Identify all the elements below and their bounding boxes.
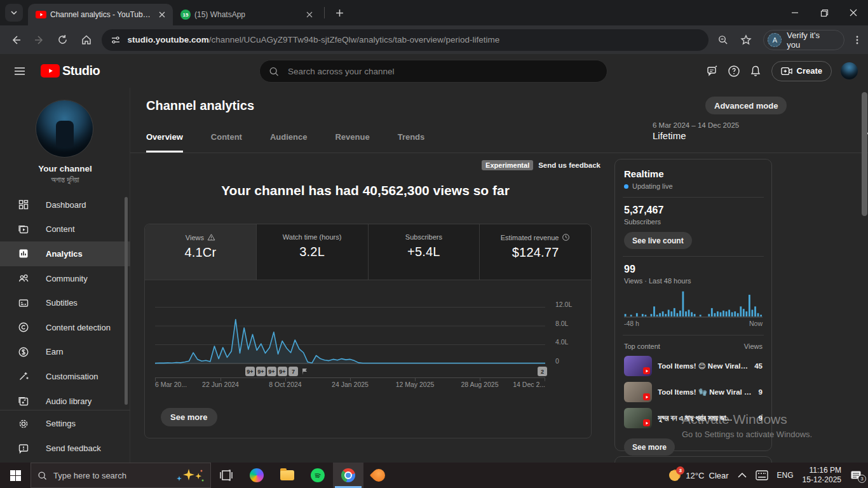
send-us-feedback-link[interactable]: Send us feedback [538, 161, 600, 169]
minimize-button[interactable] [780, 0, 810, 25]
date-range-text: 6 Mar 2024 – 14 Dec 2025 [653, 121, 850, 129]
site-settings-icon[interactable] [111, 35, 121, 45]
tray-chevron-up-icon[interactable] [738, 472, 747, 478]
tab-close-icon[interactable] [156, 9, 168, 20]
tab-revenue[interactable]: Revenue [335, 132, 369, 152]
sidebar-item-earn[interactable]: Earn [0, 340, 130, 365]
sidebar-item-content[interactable]: Content [0, 217, 130, 242]
metric-value: 4.1Cr [184, 245, 216, 260]
notifications-bell-icon[interactable] [745, 60, 766, 82]
help-icon[interactable] [723, 60, 745, 82]
tab-search-chevron-icon[interactable] [5, 4, 23, 22]
see-more-button[interactable]: See more [161, 408, 217, 426]
event-badge[interactable]: 9+ [245, 367, 255, 376]
youtube-favicon [36, 11, 46, 18]
sidebar-item-content-detection[interactable]: Content detection [0, 315, 130, 340]
taskbar-clock[interactable]: 11:16 PM 15-12-2025 [803, 466, 841, 485]
sidebar-item-subtitles[interactable]: Subtitles [0, 290, 130, 315]
start-button[interactable] [0, 463, 31, 488]
window-controls [780, 0, 868, 25]
taskbar-fl-studio[interactable] [363, 463, 394, 488]
create-button[interactable]: Create [771, 61, 832, 81]
tab-overview[interactable]: Overview [146, 132, 183, 152]
see-live-count-button[interactable]: See live count [624, 232, 692, 249]
realtime-bar-chart[interactable] [624, 288, 763, 318]
taskbar-search-box[interactable]: Type here to search [31, 463, 211, 488]
metric-subscribers[interactable]: Subscribers +5.4L [369, 224, 480, 280]
taskbar-chrome[interactable] [333, 463, 363, 488]
search-input[interactable] [287, 66, 598, 77]
account-avatar[interactable] [841, 62, 858, 79]
metric-tabs: Views 4.1Cr Watch time (hours) 3.2L Subs… [145, 224, 591, 280]
forward-icon[interactable] [29, 29, 50, 51]
metric-views[interactable]: Views 4.1Cr [145, 224, 257, 280]
create-camera-icon [781, 66, 792, 76]
touch-keyboard-icon[interactable] [756, 470, 768, 480]
metric-watch-time[interactable]: Watch time (hours) 3.2L [257, 224, 369, 280]
x-axis-label: 8 Oct 2024 [269, 381, 301, 388]
views-line-chart[interactable] [155, 283, 545, 366]
sidebar-scrollbar[interactable] [125, 197, 128, 405]
time: 11:16 PM [803, 466, 841, 475]
studio-search-bar[interactable] [259, 60, 607, 83]
sidebar-item-dashboard[interactable]: Dashboard [0, 193, 130, 217]
x-axis [155, 377, 545, 378]
flag-marker-icon[interactable] [301, 367, 309, 376]
hamburger-menu-icon[interactable] [9, 60, 31, 82]
new-tab-button[interactable] [329, 0, 350, 25]
taskbar-task-view[interactable] [211, 463, 241, 488]
taskbar-spotify[interactable] [302, 463, 333, 488]
tab-content[interactable]: Content [211, 132, 242, 152]
event-badge[interactable]: 9+ [278, 367, 287, 376]
event-badge[interactable]: 7 [288, 367, 298, 376]
sidebar-item-community[interactable]: Community [0, 266, 130, 291]
notification-center-button[interactable]: 3 [850, 470, 862, 480]
axis-right-label: Now [749, 320, 763, 327]
metric-revenue[interactable]: Estimated revenue $124.77 [480, 224, 591, 280]
page-scrollbar[interactable] [862, 92, 867, 216]
back-icon[interactable] [5, 29, 27, 51]
zoom-icon[interactable] [712, 29, 734, 51]
top-content-row[interactable]: Tool Items! 🧤 New Viral Gadg... 9 [624, 382, 763, 402]
tab-whatsapp[interactable]: 15 (15) WhatsApp [173, 4, 320, 25]
tab-channel-analytics[interactable]: Channel analytics - YouTube Stu [28, 4, 173, 25]
sidebar-item-customisation[interactable]: Customisation [0, 364, 130, 389]
whats-new-icon[interactable] [702, 60, 723, 82]
taskbar-search-placeholder: Type here to search [53, 471, 168, 480]
home-icon[interactable] [76, 29, 97, 51]
browser-menu-icon[interactable] [846, 29, 868, 51]
reload-icon[interactable] [52, 29, 74, 51]
restore-button[interactable] [810, 0, 839, 25]
sidebar-item-analytics[interactable]: Analytics [0, 241, 130, 266]
event-badge[interactable]: 2 [538, 367, 547, 376]
taskbar-copilot[interactable] [241, 463, 272, 488]
sidebar-item-settings[interactable]: Settings [0, 411, 130, 436]
address-bar[interactable]: studio.youtube.com/channel/UCuAGyZ9TTw94… [102, 29, 708, 51]
taskbar-weather[interactable]: 3 12°C Clear [669, 470, 728, 481]
url-text[interactable]: studio.youtube.com/channel/UCuAGyZ9TTw94… [127, 35, 499, 44]
x-axis-label: 28 Aug 2025 [461, 381, 499, 388]
date-range-selector[interactable]: 6 Mar 2024 – 14 Dec 2025 Lifetime [653, 121, 850, 141]
tab-audience[interactable]: Audience [270, 132, 308, 152]
tab-trends[interactable]: Trends [398, 132, 425, 152]
verify-profile-button[interactable]: A Verify it's you [763, 30, 844, 50]
spotify-icon [311, 468, 325, 482]
tab-close-icon[interactable] [304, 9, 315, 20]
studio-sidebar: Your channel অশান্ত দুনিয়া Dashboard Co… [0, 88, 130, 463]
community-icon [18, 273, 29, 284]
studio-logo[interactable]: Studio [41, 64, 100, 78]
close-window-button[interactable] [839, 0, 868, 25]
advanced-mode-button[interactable]: Advanced mode [705, 97, 787, 114]
event-badge[interactable]: 9+ [267, 367, 276, 376]
language-indicator[interactable]: ENG [777, 471, 794, 480]
bookmark-star-icon[interactable] [736, 29, 757, 51]
date: 15-12-2025 [803, 475, 841, 485]
top-content-row[interactable]: সুন্দর বন এ মাছ ধরার সময় জা... 9 [624, 408, 763, 428]
event-badge[interactable]: 9+ [256, 367, 266, 376]
views-column-label: Views [744, 342, 763, 350]
realtime-see-more-button[interactable]: See more [624, 438, 675, 456]
shorts-badge-icon [643, 367, 650, 374]
top-content-row[interactable]: Tool Items! 😌 New Viral Ga... 45 [624, 356, 763, 376]
taskbar-file-explorer[interactable] [272, 463, 302, 488]
sidebar-item-send-feedback[interactable]: Send feedback [0, 436, 130, 461]
